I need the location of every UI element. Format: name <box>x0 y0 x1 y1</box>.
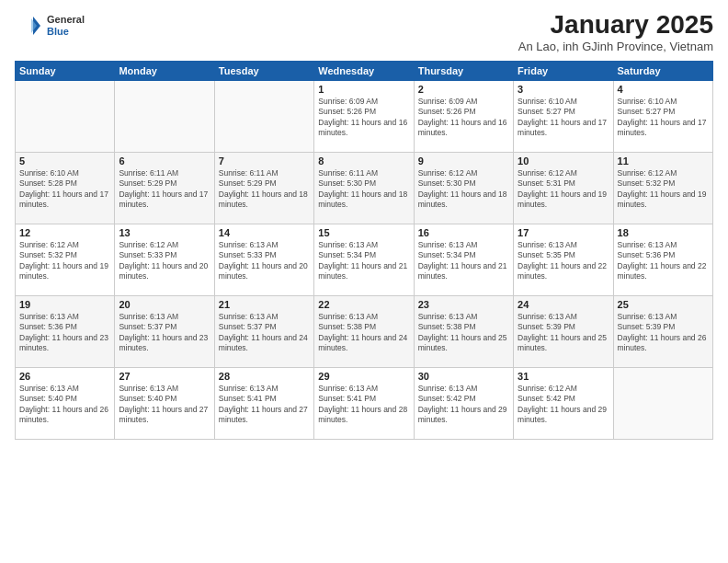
day-number: 23 <box>418 299 509 310</box>
day-number: 13 <box>119 227 210 238</box>
day-info: Sunrise: 6:10 AMSunset: 5:28 PMDaylight:… <box>19 168 108 209</box>
day-cell: 15 Sunrise: 6:13 AMSunset: 5:34 PMDaylig… <box>314 224 414 295</box>
day-cell: 20 Sunrise: 6:13 AMSunset: 5:37 PMDaylig… <box>115 295 214 367</box>
month-title: January 2025 <box>518 11 713 40</box>
day-cell: 7 Sunrise: 6:11 AMSunset: 5:29 PMDayligh… <box>214 152 313 224</box>
day-number: 21 <box>219 299 310 310</box>
day-info: Sunrise: 6:13 AMSunset: 5:34 PMDaylight:… <box>418 240 507 281</box>
day-info: Sunrise: 6:13 AMSunset: 5:37 PMDaylight:… <box>119 312 208 352</box>
day-info: Sunrise: 6:13 AMSunset: 5:41 PMDaylight:… <box>318 384 407 424</box>
day-number: 26 <box>19 371 110 382</box>
col-monday: Monday <box>115 61 214 80</box>
day-info: Sunrise: 6:12 AMSunset: 5:32 PMDaylight:… <box>19 240 108 281</box>
week-row-0: 1 Sunrise: 6:09 AMSunset: 5:26 PMDayligh… <box>16 80 713 152</box>
day-cell: 23 Sunrise: 6:13 AMSunset: 5:38 PMDaylig… <box>414 295 513 367</box>
day-info: Sunrise: 6:12 AMSunset: 5:31 PMDaylight:… <box>518 168 607 209</box>
day-number: 1 <box>318 84 409 95</box>
day-info: Sunrise: 6:13 AMSunset: 5:37 PMDaylight:… <box>219 312 308 352</box>
day-cell: 22 Sunrise: 6:13 AMSunset: 5:38 PMDaylig… <box>314 295 414 367</box>
day-number: 17 <box>518 227 609 238</box>
day-number: 2 <box>418 84 509 95</box>
day-cell: 31 Sunrise: 6:12 AMSunset: 5:42 PMDaylig… <box>514 367 613 439</box>
header-row: Sunday Monday Tuesday Wednesday Thursday… <box>16 61 713 80</box>
week-row-2: 12 Sunrise: 6:12 AMSunset: 5:32 PMDaylig… <box>16 224 713 295</box>
day-number: 14 <box>219 227 310 238</box>
col-sunday: Sunday <box>16 61 115 80</box>
col-friday: Friday <box>514 61 613 80</box>
day-number: 22 <box>318 299 409 310</box>
day-number: 29 <box>318 371 409 382</box>
calendar-table: Sunday Monday Tuesday Wednesday Thursday… <box>15 61 713 440</box>
day-number: 11 <box>618 155 709 167</box>
page-container: General Blue January 2025 An Lao, inh GJ… <box>0 0 728 447</box>
day-info: Sunrise: 6:12 AMSunset: 5:33 PMDaylight:… <box>119 240 208 281</box>
day-info: Sunrise: 6:13 AMSunset: 5:40 PMDaylight:… <box>119 384 208 424</box>
day-info: Sunrise: 6:13 AMSunset: 5:42 PMDaylight:… <box>418 384 507 424</box>
week-row-4: 26 Sunrise: 6:13 AMSunset: 5:40 PMDaylig… <box>16 367 713 439</box>
day-cell: 9 Sunrise: 6:12 AMSunset: 5:30 PMDayligh… <box>414 152 513 224</box>
day-info: Sunrise: 6:12 AMSunset: 5:32 PMDaylight:… <box>618 168 707 209</box>
day-number: 20 <box>119 299 210 310</box>
day-number: 9 <box>418 155 509 167</box>
day-cell: 21 Sunrise: 6:13 AMSunset: 5:37 PMDaylig… <box>214 295 313 367</box>
day-number: 5 <box>19 155 110 167</box>
logo: General Blue <box>15 11 85 40</box>
day-cell: 26 Sunrise: 6:13 AMSunset: 5:40 PMDaylig… <box>16 367 115 439</box>
day-info: Sunrise: 6:13 AMSunset: 5:38 PMDaylight:… <box>318 312 407 352</box>
day-number: 19 <box>19 299 110 310</box>
logo-wordmark: General Blue <box>15 11 85 40</box>
day-info: Sunrise: 6:12 AMSunset: 5:42 PMDaylight:… <box>518 384 607 424</box>
day-cell: 11 Sunrise: 6:12 AMSunset: 5:32 PMDaylig… <box>613 152 712 224</box>
col-wednesday: Wednesday <box>314 61 414 80</box>
day-cell: 24 Sunrise: 6:13 AMSunset: 5:39 PMDaylig… <box>514 295 613 367</box>
day-cell: 19 Sunrise: 6:13 AMSunset: 5:36 PMDaylig… <box>16 295 115 367</box>
day-cell: 14 Sunrise: 6:13 AMSunset: 5:33 PMDaylig… <box>214 224 313 295</box>
day-number: 28 <box>219 371 310 382</box>
day-info: Sunrise: 6:13 AMSunset: 5:38 PMDaylight:… <box>418 312 507 352</box>
day-number: 24 <box>518 299 609 310</box>
day-number: 31 <box>518 371 609 382</box>
subtitle: An Lao, inh GJinh Province, Vietnam <box>518 40 713 53</box>
day-number: 6 <box>119 155 210 167</box>
col-tuesday: Tuesday <box>214 61 313 80</box>
title-block: January 2025 An Lao, inh GJinh Province,… <box>518 11 713 53</box>
day-info: Sunrise: 6:13 AMSunset: 5:35 PMDaylight:… <box>518 240 607 281</box>
col-thursday: Thursday <box>414 61 513 80</box>
day-number: 7 <box>219 155 310 167</box>
day-number: 16 <box>418 227 509 238</box>
day-info: Sunrise: 6:13 AMSunset: 5:33 PMDaylight:… <box>219 240 308 281</box>
logo-svg <box>15 11 44 40</box>
day-cell: 29 Sunrise: 6:13 AMSunset: 5:41 PMDaylig… <box>314 367 414 439</box>
day-cell: 16 Sunrise: 6:13 AMSunset: 5:34 PMDaylig… <box>414 224 513 295</box>
day-number: 27 <box>119 371 210 382</box>
day-cell <box>214 80 313 152</box>
day-cell: 30 Sunrise: 6:13 AMSunset: 5:42 PMDaylig… <box>414 367 513 439</box>
day-info: Sunrise: 6:10 AMSunset: 5:27 PMDaylight:… <box>518 97 607 137</box>
day-info: Sunrise: 6:11 AMSunset: 5:30 PMDaylight:… <box>318 168 407 209</box>
day-info: Sunrise: 6:09 AMSunset: 5:26 PMDaylight:… <box>418 97 507 137</box>
day-info: Sunrise: 6:11 AMSunset: 5:29 PMDaylight:… <box>219 168 308 209</box>
day-cell: 10 Sunrise: 6:12 AMSunset: 5:31 PMDaylig… <box>514 152 613 224</box>
day-number: 30 <box>418 371 509 382</box>
day-cell: 6 Sunrise: 6:11 AMSunset: 5:29 PMDayligh… <box>115 152 214 224</box>
day-number: 4 <box>618 84 709 95</box>
week-row-1: 5 Sunrise: 6:10 AMSunset: 5:28 PMDayligh… <box>16 152 713 224</box>
header: General Blue January 2025 An Lao, inh GJ… <box>15 11 713 53</box>
day-cell <box>16 80 115 152</box>
day-number: 15 <box>318 227 409 238</box>
day-cell: 28 Sunrise: 6:13 AMSunset: 5:41 PMDaylig… <box>214 367 313 439</box>
day-cell: 27 Sunrise: 6:13 AMSunset: 5:40 PMDaylig… <box>115 367 214 439</box>
day-cell <box>115 80 214 152</box>
day-cell: 1 Sunrise: 6:09 AMSunset: 5:26 PMDayligh… <box>314 80 414 152</box>
day-info: Sunrise: 6:13 AMSunset: 5:36 PMDaylight:… <box>618 240 707 281</box>
day-cell: 3 Sunrise: 6:10 AMSunset: 5:27 PMDayligh… <box>514 80 613 152</box>
day-cell: 4 Sunrise: 6:10 AMSunset: 5:27 PMDayligh… <box>613 80 712 152</box>
day-cell: 12 Sunrise: 6:12 AMSunset: 5:32 PMDaylig… <box>16 224 115 295</box>
day-info: Sunrise: 6:13 AMSunset: 5:34 PMDaylight:… <box>318 240 407 281</box>
day-cell: 13 Sunrise: 6:12 AMSunset: 5:33 PMDaylig… <box>115 224 214 295</box>
day-number: 10 <box>518 155 609 167</box>
day-info: Sunrise: 6:13 AMSunset: 5:36 PMDaylight:… <box>19 312 108 352</box>
day-info: Sunrise: 6:13 AMSunset: 5:39 PMDaylight:… <box>618 312 707 352</box>
day-info: Sunrise: 6:11 AMSunset: 5:29 PMDaylight:… <box>119 168 208 209</box>
day-cell: 8 Sunrise: 6:11 AMSunset: 5:30 PMDayligh… <box>314 152 414 224</box>
